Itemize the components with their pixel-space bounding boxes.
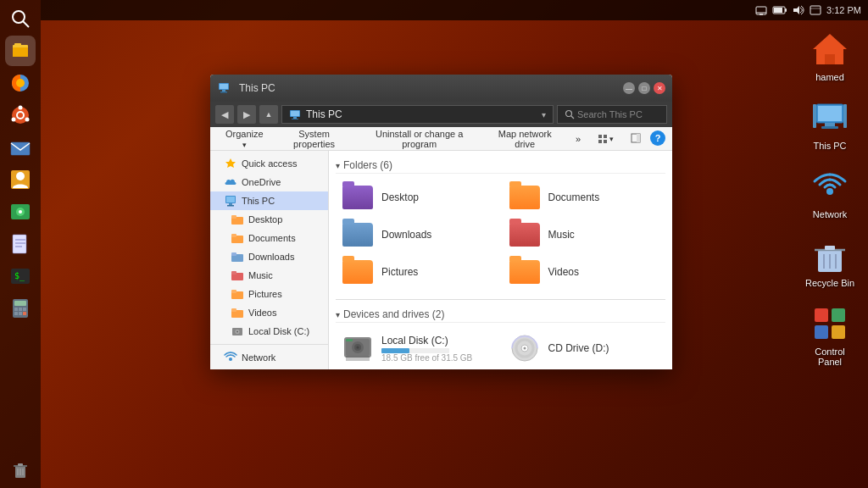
up-button[interactable]: ▲ <box>259 105 278 124</box>
organize-button[interactable]: Organize ▾ <box>217 126 271 152</box>
preview-button[interactable] <box>623 130 648 147</box>
videos-folder-thumb <box>508 258 542 286</box>
sidebar-item-desktop-kpt[interactable]: DESKTOP-KPT6F75 <box>210 367 328 369</box>
taskbar-terminal[interactable]: $_ <box>5 261 36 291</box>
system-properties-button[interactable]: System properties <box>273 126 354 152</box>
folder-item-videos[interactable]: Videos <box>503 255 666 289</box>
sidebar-item-thispc[interactable]: This PC <box>210 191 328 210</box>
search-bar[interactable]: Search This PC <box>557 105 667 124</box>
sidebar-item-desktop[interactable]: Desktop <box>210 210 328 229</box>
folders-section-header[interactable]: ▾ Folders (6) <box>336 158 665 174</box>
desktop-icon-network[interactable]: Network <box>800 163 860 223</box>
folder-item-desktop[interactable]: Desktop <box>336 180 499 214</box>
svg-rect-50 <box>818 106 842 121</box>
sidebar-label: Music <box>248 270 273 280</box>
pc-icon <box>810 97 850 138</box>
svg-rect-76 <box>598 135 602 138</box>
taskbar-calculator[interactable] <box>5 293 36 324</box>
svg-rect-88 <box>231 215 236 219</box>
svg-rect-81 <box>637 134 640 142</box>
sidebar-label: OneDrive <box>242 177 281 187</box>
svg-rect-51 <box>825 123 835 126</box>
svg-rect-71 <box>291 111 299 116</box>
svg-rect-43 <box>785 8 787 12</box>
tray-time: 3:12 PM <box>826 5 861 15</box>
network-label: Network <box>813 209 847 219</box>
svg-rect-65 <box>832 325 845 339</box>
folder-item-pictures[interactable]: Pictures <box>336 255 499 289</box>
svg-rect-79 <box>604 140 607 143</box>
svg-line-1 <box>23 21 29 27</box>
section-divider <box>336 299 665 300</box>
svg-rect-77 <box>604 135 607 138</box>
sidebar-item-localdisk[interactable]: Local Disk (C:) <box>210 322 328 341</box>
title-bar: This PC — □ ✕ <box>210 75 672 102</box>
folder-icon <box>231 250 244 263</box>
svg-marker-82 <box>225 158 236 168</box>
drive-c-free: 18.5 GB free of 31.5 GB <box>381 353 494 363</box>
desktop-icon-control[interactable]: Control Panel <box>800 300 860 370</box>
svg-rect-52 <box>821 126 838 129</box>
back-button[interactable]: ◀ <box>215 105 234 124</box>
taskbar-ubuntu[interactable] <box>5 100 36 130</box>
pc-icon <box>224 194 237 208</box>
hamed-label: hamed <box>815 72 844 82</box>
svg-rect-67 <box>220 84 228 89</box>
drive-item-d[interactable]: CD Drive (D:) <box>503 330 666 367</box>
folders-grid: Desktop Documents <box>336 180 665 289</box>
drive-c-info: Local Disk (C:) 18.5 GB free of 31.5 GB <box>381 335 494 363</box>
drives-section-header[interactable]: ▾ Devices and drives (2) <box>336 307 665 323</box>
view-options-button[interactable]: ▾ <box>590 130 621 147</box>
folder-icon <box>231 287 244 301</box>
taskbar-editor[interactable] <box>5 229 36 259</box>
maximize-button[interactable]: □ <box>638 82 650 94</box>
taskbar-trash[interactable] <box>5 454 36 485</box>
svg-rect-90 <box>231 234 236 237</box>
address-bar[interactable]: This PC ▾ <box>281 105 554 124</box>
folder-name: Desktop <box>381 191 419 203</box>
forward-button[interactable]: ▶ <box>237 105 256 124</box>
sidebar-label: Desktop <box>248 214 282 225</box>
toolbar-right: ▾ ? <box>590 130 665 147</box>
explorer-window: This PC — □ ✕ ◀ ▶ ▲ This PC ▾ Searc <box>210 75 672 369</box>
svg-marker-44 <box>793 6 799 14</box>
minimize-button[interactable]: — <box>623 82 635 94</box>
svg-rect-48 <box>825 54 835 64</box>
sidebar-item-network[interactable]: Network <box>210 348 328 367</box>
folder-name: Videos <box>548 266 579 278</box>
folder-item-downloads[interactable]: Downloads <box>336 218 499 252</box>
uninstall-button[interactable]: Uninstall or change a program <box>357 126 482 152</box>
more-button[interactable]: » <box>568 131 588 147</box>
desktop-icon-hamed[interactable]: hamed <box>800 25 860 86</box>
taskbar-contacts[interactable] <box>5 164 36 195</box>
svg-point-121 <box>523 347 526 350</box>
desktop-icon-thispc[interactable]: This PC <box>800 94 860 154</box>
address-text: This PC <box>306 108 342 120</box>
sidebar-item-music[interactable]: Music <box>210 266 328 285</box>
sidebar-item-videos[interactable]: Videos <box>210 303 328 322</box>
map-network-button[interactable]: Map network drive <box>484 126 566 152</box>
close-button[interactable]: ✕ <box>654 82 665 94</box>
folder-item-documents[interactable]: Documents <box>503 180 666 214</box>
taskbar-mail[interactable] <box>5 132 36 163</box>
network-icon <box>224 351 237 364</box>
drive-item-c[interactable]: Local Disk (C:) 18.5 GB free of 31.5 GB <box>336 330 499 367</box>
svg-point-102 <box>229 358 232 361</box>
taskbar-search[interactable] <box>5 3 36 34</box>
svg-line-75 <box>571 116 574 119</box>
sidebar: Quick access OneDrive This PC <box>210 151 329 369</box>
sidebar-item-quickaccess[interactable]: Quick access <box>210 154 328 173</box>
folder-item-music[interactable]: Music <box>503 218 666 252</box>
help-button[interactable]: ? <box>650 130 665 146</box>
sidebar-item-onedrive[interactable]: OneDrive <box>210 173 328 191</box>
taskbar-files[interactable] <box>5 36 36 66</box>
sidebar-item-downloads[interactable]: Downloads <box>210 247 328 266</box>
taskbar-firefox[interactable] <box>5 68 36 98</box>
svg-rect-78 <box>598 140 602 143</box>
taskbar-photos[interactable] <box>5 197 36 227</box>
sidebar-item-documents[interactable]: Documents <box>210 229 328 247</box>
desktop-icon-recycle[interactable]: Recycle Bin <box>800 231 860 291</box>
sidebar-item-pictures[interactable]: Pictures <box>210 285 328 303</box>
svg-rect-92 <box>231 252 236 256</box>
taskbar: $_ <box>0 0 41 488</box>
